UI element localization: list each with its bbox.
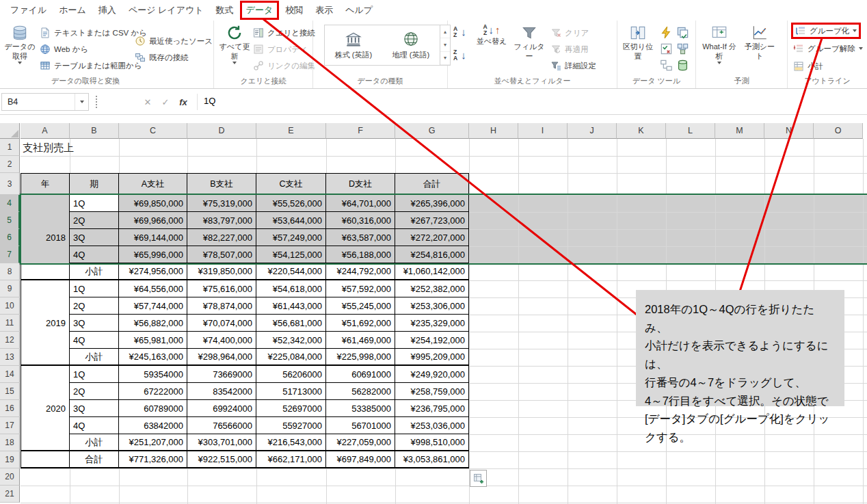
cell-D8[interactable]: ¥319,850,000 [187,263,256,280]
cell-F6[interactable]: ¥63,587,000 [326,229,395,246]
table-header-cell-E3[interactable]: C支社 [256,173,326,195]
group-button[interactable]: グループ化 [791,23,861,39]
recent-sources-button[interactable]: 最近使ったソース [135,36,213,47]
cell-D6[interactable]: ¥82,227,000 [187,229,256,246]
cell-A7[interactable] [21,246,70,263]
cell-G13[interactable]: ¥995,209,000 [395,349,469,366]
cell-D12[interactable]: ¥74,400,000 [187,332,256,349]
cell-A8[interactable] [21,263,70,280]
cell-E4[interactable]: ¥55,526,000 [256,195,326,212]
cell-A12[interactable] [21,332,70,349]
quick-analysis-button[interactable] [470,470,487,487]
queries-connections-button[interactable]: クエリと接続 [253,27,315,38]
row-header-20[interactable]: 20 [0,468,20,486]
row-header-15[interactable]: 15 [0,383,20,400]
row-header-14[interactable]: 14 [0,366,20,383]
cell-F19[interactable]: ¥697,849,000 [326,451,395,468]
cell-C4[interactable]: ¥69,850,000 [119,195,187,212]
cell-D16[interactable]: 69924000 [187,400,256,417]
cell-F12[interactable]: ¥61,469,000 [326,332,395,349]
cell-A6[interactable]: 2018 [21,229,70,246]
column-header-N[interactable]: N [764,123,814,139]
row-header-10[interactable]: 10 [0,297,20,315]
relationships-button[interactable] [660,59,673,75]
cell-G15[interactable]: ¥258,759,000 [395,383,469,400]
cell-G14[interactable]: ¥249,920,000 [395,366,469,383]
cell-F18[interactable]: ¥227,059,000 [326,434,395,451]
text-to-columns-button[interactable]: 区切り位置 [620,24,656,62]
cell-G10[interactable]: ¥253,306,000 [395,297,469,315]
cell-D4[interactable]: ¥75,319,000 [187,195,256,212]
cell-A18[interactable] [21,434,70,451]
manage-data-model-button[interactable] [676,59,689,75]
sheet-title-cell[interactable]: 支社別売上 [23,139,74,156]
cell-B6[interactable]: 3Q [70,229,119,246]
get-data-button[interactable]: データの取得 [3,24,37,64]
cell-A10[interactable] [21,297,70,315]
tab-help[interactable]: ヘルプ [339,1,379,20]
row-header-4[interactable]: 4 [0,195,20,212]
cell-A17[interactable] [21,417,70,434]
row-header-1[interactable]: 1 [0,139,20,156]
from-web-button[interactable]: Web から [40,44,88,55]
row-header-21[interactable]: 21 [0,486,20,503]
cell-C18[interactable]: ¥251,207,000 [119,434,187,451]
insert-function-button[interactable]: fx [175,94,191,109]
table-header-cell-C3[interactable]: A支社 [119,173,187,195]
cell-C14[interactable]: 59354000 [119,366,187,383]
cell-E13[interactable]: ¥225,084,000 [256,349,326,366]
cell-C13[interactable]: ¥245,163,000 [119,349,187,366]
row-header-5[interactable]: 5 [0,212,20,229]
cell-C15[interactable]: 67222000 [119,383,187,400]
remove-duplicates-button[interactable] [676,26,689,42]
cell-D17[interactable]: 76566000 [187,417,256,434]
cell-E18[interactable]: ¥216,543,000 [256,434,326,451]
cell-F9[interactable]: ¥57,592,000 [326,280,395,297]
table-header-cell-A3[interactable]: 年 [21,173,70,195]
cell-G9[interactable]: ¥252,382,000 [395,280,469,297]
cell-A15[interactable] [21,383,70,400]
row-header-7[interactable]: 7 [0,246,20,263]
formula-bar-resize-handle[interactable] [96,96,97,108]
column-header-L[interactable]: L [666,123,715,139]
cell-B17[interactable]: 4Q [70,417,119,434]
row-header-11[interactable]: 11 [0,315,20,332]
cell-B12[interactable]: 4Q [70,332,119,349]
column-header-G[interactable]: G [395,123,469,139]
cell-E11[interactable]: ¥56,681,000 [256,315,326,332]
cell-E17[interactable]: 55927000 [256,417,326,434]
cell-G5[interactable]: ¥267,723,000 [395,212,469,229]
cell-B10[interactable]: 2Q [70,297,119,315]
tab-home[interactable]: ホーム [53,1,92,20]
cell-E10[interactable]: ¥61,443,000 [256,297,326,315]
tab-review[interactable]: 校閲 [279,1,309,20]
cell-C6[interactable]: ¥69,144,000 [119,229,187,246]
cell-C11[interactable]: ¥56,882,000 [119,315,187,332]
tab-insert[interactable]: 挿入 [92,1,122,20]
column-header-K[interactable]: K [617,123,666,139]
cell-D19[interactable]: ¥922,515,000 [187,451,256,468]
cell-F14[interactable]: 60691000 [326,366,395,383]
cell-G7[interactable]: ¥254,816,000 [395,246,469,263]
cell-E14[interactable]: 56206000 [256,366,326,383]
cell-A4[interactable] [21,195,70,212]
table-header-cell-F3[interactable]: D支社 [326,173,395,195]
cell-B8[interactable]: 小計 [70,263,119,280]
cell-F16[interactable]: 53385000 [326,400,395,417]
sort-descending-button[interactable]: ZA ↓ [453,49,466,62]
cell-B5[interactable]: 2Q [70,212,119,229]
stocks-data-type[interactable]: 株式 (英語) [325,25,382,65]
row-header-19[interactable]: 19 [0,451,20,468]
cell-D9[interactable]: ¥75,616,000 [187,280,256,297]
select-all-corner[interactable] [0,123,20,139]
cell-E15[interactable]: 51713000 [256,383,326,400]
column-header-E[interactable]: E [256,123,326,139]
cell-D13[interactable]: ¥298,964,000 [187,349,256,366]
cell-C12[interactable]: ¥65,981,000 [119,332,187,349]
filter-button[interactable]: フィルター [511,24,547,62]
cell-B13[interactable]: 小計 [70,349,119,366]
sort-ascending-button[interactable]: AZ ↓ [453,26,466,38]
cell-C9[interactable]: ¥64,556,000 [119,280,187,297]
cell-G12[interactable]: ¥254,192,000 [395,332,469,349]
column-header-H[interactable]: H [469,123,518,139]
